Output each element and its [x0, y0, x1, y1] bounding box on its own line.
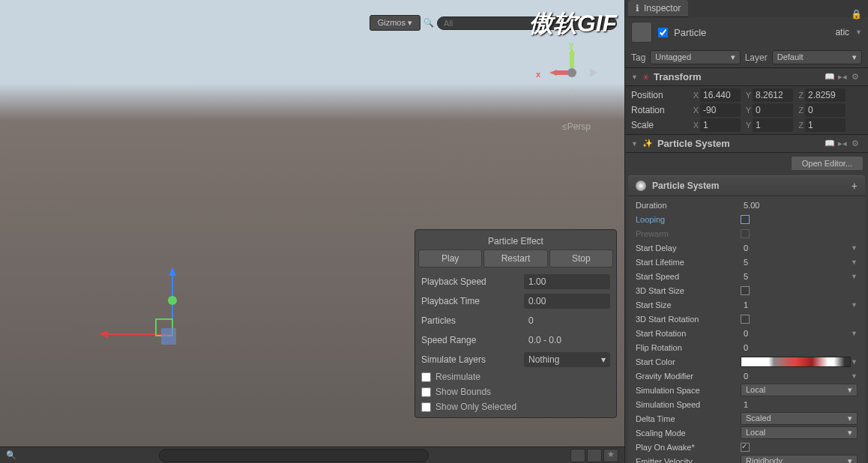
rotation-x-input[interactable] [700, 103, 741, 117]
inspector-tab[interactable]: ℹInspector [628, 0, 688, 17]
preset-icon[interactable]: ▸◂ [838, 72, 849, 82]
svg-marker-5 [590, 68, 597, 77]
flip-rotation-value[interactable]: 0 [741, 343, 858, 352]
simulation-speed-label: Simulation Speed [636, 400, 741, 409]
scale-y-input[interactable] [753, 118, 793, 132]
emitter-velocity-dropdown[interactable]: Rigidbody▾ [741, 455, 858, 463]
orientation-gizmo[interactable]: y x [542, 41, 602, 101]
duration-value[interactable]: 5.00 [741, 201, 858, 210]
mode-dropdown[interactable]: ▼ [851, 301, 858, 309]
mode-dropdown[interactable]: ▼ [851, 244, 858, 252]
scene-toolbar: Gizmos ▾ 🔍 [370, 15, 617, 31]
favorite-icon[interactable]: ★ [603, 449, 618, 462]
particle-system-title: Particle System [657, 138, 820, 149]
scale-x-input[interactable] [700, 118, 741, 132]
svg-marker-10 [99, 330, 108, 338]
bottom-icon-2[interactable] [587, 449, 602, 462]
particle-effect-title: Particle Effect [418, 233, 613, 249]
layer-dropdown[interactable]: Default▾ [772, 50, 862, 64]
perspective-label[interactable]: ≤Persp [562, 121, 591, 132]
3d-start-rotation-label: 3D Start Rotation [636, 315, 741, 324]
simulation-space-dropdown[interactable]: Local▾ [741, 384, 858, 396]
tag-dropdown[interactable]: Untagged▾ [650, 50, 740, 64]
resimulate-checkbox[interactable]: Resimulate [418, 369, 613, 384]
gear-icon[interactable]: ⚙ [852, 72, 862, 82]
3d-start-size-label: 3D Start Size [636, 286, 741, 295]
start-speed-label: Start Speed [636, 272, 741, 281]
position-z-input[interactable] [805, 88, 846, 102]
module-icon [636, 181, 646, 191]
start-color-gradient[interactable] [741, 357, 851, 367]
playback-time-input[interactable] [524, 294, 610, 309]
simulate-layers-dropdown[interactable]: Nothing▾ [524, 352, 610, 367]
scale-z-input[interactable] [805, 118, 846, 132]
start-rotation-value[interactable]: 0 [741, 329, 851, 338]
gravity-modifier-value[interactable]: 0 [741, 372, 851, 381]
mode-dropdown[interactable]: ▼ [851, 330, 858, 337]
mode-dropdown[interactable]: ▼ [851, 372, 858, 380]
transform-component-header[interactable]: ▼ ⚹ Transform 📖 ▸◂ ⚙ [625, 67, 868, 86]
rotation-y-input[interactable] [753, 103, 793, 117]
tag-layer-row: Tag Untagged▾ Layer Default▾ [625, 47, 868, 67]
start-size-value[interactable]: 1 [741, 300, 851, 309]
preset-icon[interactable]: ▸◂ [838, 139, 849, 149]
layer-label: Layer [745, 52, 768, 63]
rotation-z-input[interactable] [805, 103, 846, 117]
transform-properties: Position X Y Z Rotation X Y Z Scale X Y … [625, 86, 868, 134]
particle-system-component-header[interactable]: ▼ ✨ Particle System 📖 ▸◂ ⚙ [625, 134, 868, 153]
static-dropdown[interactable]: ▼ [855, 28, 862, 36]
static-label: atic [835, 27, 849, 37]
transform-title: Transform [654, 71, 820, 82]
add-module-icon[interactable]: + [852, 180, 858, 192]
bottom-search-input[interactable] [159, 449, 429, 462]
show-only-selected-checkbox[interactable]: Show Only Selected [418, 399, 613, 414]
speed-range-value: 0.0 - 0.0 [524, 333, 610, 348]
playback-speed-input[interactable] [524, 274, 610, 289]
ps-foldout[interactable]: ▼ [631, 140, 638, 148]
scene-search-input[interactable] [437, 16, 617, 30]
simulate-layers-label: Simulate Layers [421, 354, 524, 365]
lock-icon[interactable]: 🔒 [851, 9, 862, 19]
play-button[interactable]: Play [418, 249, 482, 267]
gameobject-active-checkbox[interactable] [658, 28, 668, 37]
scaling-mode-dropdown[interactable]: Local▾ [741, 426, 858, 439]
svg-marker-2 [549, 70, 557, 76]
stop-button[interactable]: Stop [549, 249, 613, 267]
delta-time-dropdown[interactable]: Scaled▾ [741, 412, 858, 425]
mode-dropdown[interactable]: ▼ [851, 273, 858, 280]
play-on-awake-checkbox[interactable] [741, 443, 750, 452]
svg-rect-3 [557, 70, 569, 75]
looping-label: Looping [636, 215, 741, 224]
axis-x-label: x [536, 70, 540, 79]
simulation-speed-value[interactable]: 1 [741, 400, 858, 409]
show-bounds-checkbox[interactable]: Show Bounds [418, 384, 613, 399]
3d-start-size-checkbox[interactable] [741, 286, 750, 295]
3d-start-rotation-checkbox[interactable] [741, 315, 750, 324]
mode-dropdown[interactable]: ▼ [851, 258, 858, 266]
gameobject-icon[interactable] [631, 22, 652, 43]
open-editor-button[interactable]: Open Editor... [791, 156, 864, 171]
help-icon[interactable]: 📖 [825, 72, 835, 82]
ps-main-module-header[interactable]: Particle System + [628, 175, 865, 196]
start-speed-value[interactable]: 5 [741, 272, 851, 281]
bottom-icon-1[interactable] [570, 449, 585, 462]
start-lifetime-value[interactable]: 5 [741, 258, 851, 267]
start-delay-value[interactable]: 0 [741, 243, 851, 252]
rotation-label: Rotation [631, 105, 688, 115]
gizmos-button[interactable]: Gizmos ▾ [370, 15, 421, 31]
gear-icon[interactable]: ⚙ [852, 139, 862, 149]
restart-button[interactable]: Restart [483, 249, 547, 267]
mode-dropdown[interactable]: ▼ [851, 358, 858, 366]
transform-gizmo[interactable] [97, 259, 202, 351]
looping-checkbox[interactable] [741, 215, 750, 224]
svg-marker-8 [169, 267, 176, 276]
playback-speed-label: Playback Speed [421, 276, 524, 287]
transform-foldout[interactable]: ▼ [631, 73, 638, 81]
help-icon[interactable]: 📖 [825, 139, 835, 149]
prewarm-checkbox [741, 229, 750, 238]
scene-view[interactable]: 傲软GIF Gizmos ▾ 🔍 y x ≤Persp Partic [0, 0, 624, 463]
start-lifetime-label: Start Lifetime [636, 258, 741, 267]
position-y-input[interactable] [753, 88, 793, 102]
gameobject-name[interactable]: Particle [674, 27, 829, 38]
position-x-input[interactable] [700, 88, 741, 102]
